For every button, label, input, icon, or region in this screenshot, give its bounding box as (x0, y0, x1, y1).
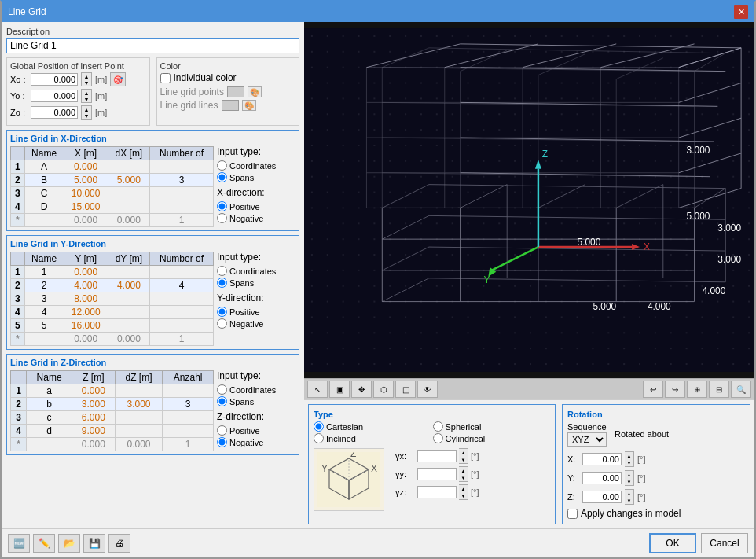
rot-y-down[interactable]: ▼ (625, 478, 633, 485)
ok-button[interactable]: OK (649, 533, 696, 553)
x-row4-name[interactable]: D (24, 200, 64, 214)
z-positive-radio[interactable] (217, 425, 227, 436)
toolbar-pan-btn[interactable]: ✥ (351, 381, 372, 398)
gamma-y-spinner[interactable]: ▲ ▼ (459, 466, 468, 482)
x-row4-x[interactable]: 15.000 (64, 200, 108, 214)
toolbar-eye-btn[interactable]: 👁 (417, 381, 438, 398)
cartesian-radio[interactable] (314, 421, 324, 432)
gamma-z-input[interactable] (417, 486, 457, 498)
table-row[interactable]: 4 d 9.000 (11, 425, 214, 438)
gamma-x-up[interactable]: ▲ (459, 449, 468, 456)
zo-input[interactable] (31, 106, 78, 119)
toolbar-view-btn[interactable]: ◫ (395, 381, 416, 398)
table-row[interactable]: 1 1 0.000 (11, 266, 214, 279)
x-coordinates-option[interactable]: Coordinates (217, 160, 295, 171)
rot-y-spinner[interactable]: ▲ ▼ (625, 470, 634, 486)
z-coordinates-option[interactable]: Coordinates (217, 384, 295, 395)
gamma-z-up[interactable]: ▲ (459, 485, 468, 492)
x-row2-dx[interactable]: 5.000 (108, 174, 149, 187)
y-spans-radio[interactable] (217, 278, 227, 288)
sequence-select[interactable]: XYZ XZY YXZ YZX ZXY ZYX (567, 432, 607, 447)
yo-spin-up[interactable]: ▲ (82, 90, 91, 96)
zo-spin-up[interactable]: ▲ (82, 106, 91, 112)
table-row[interactable]: * 0.000 0.000 1 (11, 214, 214, 227)
rot-z-down[interactable]: ▼ (625, 497, 633, 504)
y-negative-option[interactable]: Negative (217, 318, 295, 329)
x-row1-name[interactable]: A (24, 160, 64, 174)
x-row-new-numof[interactable]: 1 (150, 214, 214, 227)
x-row2-name[interactable]: B (24, 174, 64, 187)
x-negative-radio[interactable] (217, 213, 227, 223)
x-positive-option[interactable]: Positive (217, 201, 295, 211)
toolbar-search-btn[interactable]: 🔍 (731, 381, 751, 398)
gamma-x-input[interactable] (417, 450, 457, 462)
x-row3-name[interactable]: C (24, 187, 64, 200)
y-negative-radio[interactable] (217, 318, 227, 329)
toolbar-cursor-btn[interactable]: ↖ (307, 381, 328, 398)
gamma-z-spinner[interactable]: ▲ ▼ (459, 484, 468, 500)
table-row[interactable]: 2 B 5.000 5.000 3 (11, 174, 214, 187)
table-row[interactable]: 2 2 4.000 4.000 4 (11, 279, 214, 292)
xo-pick-btn[interactable]: 🎯 (110, 72, 126, 86)
x-positive-radio[interactable] (217, 201, 227, 211)
toolbar-fit-btn[interactable]: ⊕ (687, 381, 707, 398)
edit-btn[interactable]: ✏️ (33, 534, 55, 553)
table-row[interactable]: 2 b 3.000 3.000 3 (11, 398, 214, 411)
rot-y-input[interactable] (582, 472, 622, 484)
xo-spin-up[interactable]: ▲ (82, 73, 91, 79)
lines-color-picker[interactable]: 🎨 (242, 100, 256, 111)
x-row-new-dx[interactable]: 0.000 (108, 214, 149, 227)
z-negative-radio[interactable] (217, 437, 227, 447)
save-btn[interactable]: 💾 (83, 534, 105, 553)
gamma-y-up[interactable]: ▲ (459, 467, 468, 474)
x-row3-dx[interactable] (108, 187, 149, 200)
table-row[interactable]: 4 4 12.000 (11, 306, 214, 319)
x-row1-numof[interactable] (150, 160, 214, 174)
x-row1-dx[interactable] (108, 160, 149, 174)
xo-spinner[interactable]: ▲ ▼ (81, 72, 92, 86)
spherical-option[interactable]: Spherical (433, 421, 551, 432)
cylindrical-option[interactable]: Cylindrical (433, 433, 551, 443)
table-row[interactable]: 5 5 16.000 (11, 319, 214, 333)
new-btn[interactable]: 🆕 (8, 534, 30, 553)
rot-x-spinner[interactable]: ▲ ▼ (625, 451, 634, 467)
x-row4-numof[interactable] (150, 200, 214, 214)
z-spans-option[interactable]: Spans (217, 396, 295, 406)
z-spans-radio[interactable] (217, 396, 227, 406)
cancel-button[interactable]: Cancel (701, 533, 748, 553)
yo-spin-down[interactable]: ▼ (82, 96, 91, 102)
toolbar-zoom-btn[interactable]: ⬡ (373, 381, 394, 398)
table-row[interactable]: 4 D 15.000 (11, 200, 214, 214)
z-coordinates-radio[interactable] (217, 384, 227, 395)
zo-spinner[interactable]: ▲ ▼ (81, 105, 92, 120)
gamma-z-down[interactable]: ▼ (459, 492, 468, 499)
rot-z-up[interactable]: ▲ (625, 490, 633, 497)
individual-color-checkbox[interactable] (160, 73, 171, 83)
spherical-radio[interactable] (433, 421, 443, 432)
x-row3-numof[interactable] (150, 187, 214, 200)
rot-y-up[interactable]: ▲ (625, 471, 633, 478)
y-positive-radio[interactable] (217, 307, 227, 317)
table-row[interactable]: * 0.000 0.000 1 (11, 333, 214, 346)
apply-changes-checkbox[interactable] (567, 509, 578, 519)
gamma-x-spinner[interactable]: ▲ ▼ (459, 448, 468, 464)
x-row3-x[interactable]: 10.000 (64, 187, 108, 200)
toolbar-rect-btn[interactable]: ▣ (329, 381, 350, 398)
xo-spin-down[interactable]: ▼ (82, 79, 91, 86)
toolbar-redo-btn[interactable]: ↪ (665, 381, 685, 398)
cylindrical-radio[interactable] (433, 433, 443, 443)
x-row1-x[interactable]: 0.000 (64, 160, 108, 174)
y-coordinates-option[interactable]: Coordinates (217, 266, 295, 276)
x-spans-radio[interactable] (217, 172, 227, 182)
3d-viewport[interactable]: X Y Z 5.000 5.000 3.000 4.000 4.000 3.00… (304, 22, 754, 378)
inclined-option[interactable]: Inclined (314, 433, 431, 443)
table-row[interactable]: 1 a 0.000 (11, 384, 214, 398)
points-color-picker[interactable]: 🎨 (248, 86, 262, 97)
table-row[interactable]: * 0.000 0.000 1 (11, 438, 214, 451)
inclined-radio[interactable] (314, 433, 324, 443)
cartesian-option[interactable]: Cartesian (314, 421, 431, 432)
description-input[interactable] (6, 38, 299, 53)
x-row-new-x[interactable]: 0.000 (64, 214, 108, 227)
x-coordinates-radio[interactable] (217, 160, 227, 171)
open-btn[interactable]: 📂 (58, 534, 80, 553)
